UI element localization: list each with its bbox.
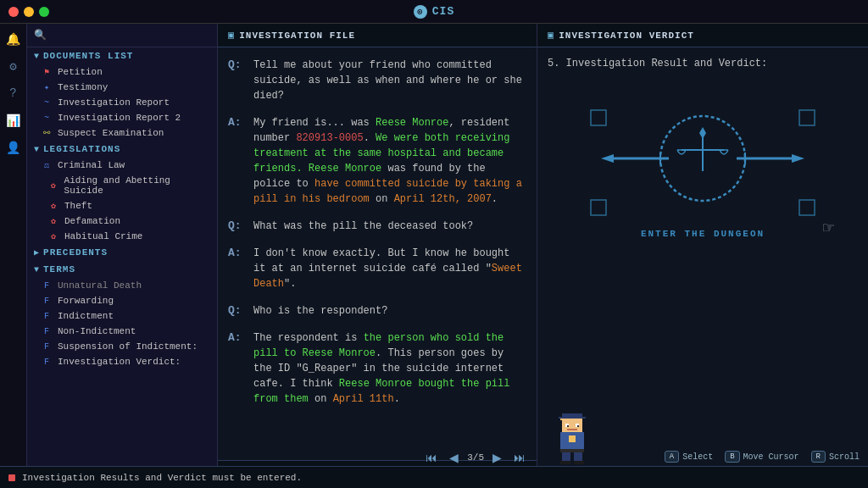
defamation-icon: ✿ bbox=[47, 216, 59, 226]
chat-q3: Q: Who is the respondent? bbox=[228, 303, 526, 319]
svg-rect-12 bbox=[591, 110, 606, 125]
chat-a1: A: My friend is... was Reese Monroe, res… bbox=[228, 115, 526, 207]
svg-rect-23 bbox=[577, 425, 579, 427]
dungeon-label[interactable]: ENTER THE DUNGEON bbox=[641, 229, 765, 239]
right-first-button[interactable]: ⏮ bbox=[422, 449, 441, 466]
player-character bbox=[548, 412, 596, 466]
sidebar-item-investigation-report-2[interactable]: ~ Investigation Report 2 bbox=[27, 110, 217, 125]
right-page-indicator: 3/5 bbox=[467, 452, 484, 463]
minimize-button[interactable] bbox=[24, 7, 34, 17]
chat-a2: A: I don't know exactly. But I know he b… bbox=[228, 246, 526, 291]
right-pagination: ⏮ ◀ 3/5 ▶ ⏭ bbox=[422, 449, 529, 466]
sidebar-item-defamation[interactable]: ✿ Defamation bbox=[27, 214, 217, 229]
suspension-icon: F bbox=[41, 342, 53, 352]
terms-section-header: ▼ TERMS bbox=[27, 261, 217, 278]
move-cursor-hint: B Move Cursor bbox=[725, 451, 798, 463]
main-layout: 🔔 ⚙ ? 📊 👤 🔍 ▼ DOCUMENTS LIST ⚑ Petition … bbox=[0, 24, 868, 488]
testimony-icon: ✦ bbox=[41, 82, 53, 92]
maximize-button[interactable] bbox=[39, 7, 49, 17]
chart-icon[interactable]: 📊 bbox=[5, 112, 22, 129]
chat-q2: Q: What was the pill the deceased took? bbox=[228, 219, 526, 234]
app-icon: ⊙ bbox=[414, 5, 427, 19]
right-last-button[interactable]: ⏭ bbox=[510, 449, 529, 466]
svg-rect-15 bbox=[799, 200, 815, 215]
select-hint: A Select bbox=[665, 451, 713, 463]
close-button[interactable] bbox=[8, 7, 19, 17]
sidebar-item-investigation-report[interactable]: ~ Investigation Report bbox=[27, 95, 217, 110]
dungeon-sword-scale-svg bbox=[584, 103, 821, 222]
search-bar: 🔍 bbox=[27, 24, 217, 47]
aiding-icon: ✿ bbox=[47, 180, 59, 191]
status-dot bbox=[8, 474, 15, 481]
center-panel: ▣ INVESTIGATION FILE Q: Tell me about yo… bbox=[218, 24, 537, 488]
title-bar: ⊙ CIS bbox=[0, 0, 868, 24]
svg-rect-24 bbox=[567, 429, 577, 430]
sidebar-item-petition[interactable]: ⚑ Petition bbox=[27, 64, 217, 80]
sidebar-item-suspension[interactable]: F Suspension of Indictment: bbox=[27, 339, 217, 354]
legislations-section-header: ▼ LEGISLATIONS bbox=[27, 141, 217, 158]
character-area bbox=[530, 407, 615, 466]
sidebar-icon-column: 🔔 ⚙ ? 📊 👤 bbox=[0, 24, 27, 488]
criminal-law-icon: ⚖ bbox=[41, 160, 53, 170]
sidebar-item-criminal-law[interactable]: ⚖ Criminal Law bbox=[27, 158, 217, 173]
sidebar-item-suspect-examination[interactable]: ⚯ Suspect Examination bbox=[27, 125, 217, 141]
habitual-icon: ✿ bbox=[47, 231, 59, 241]
verdict-panel-icon: ▣ bbox=[548, 29, 554, 42]
svg-marker-10 bbox=[792, 154, 804, 163]
app-title: ⊙ CIS bbox=[414, 5, 454, 19]
sidebar-item-non-indictment[interactable]: F Non-Indictment bbox=[27, 324, 217, 339]
right-prev-button[interactable]: ◀ bbox=[446, 449, 462, 466]
svg-rect-16 bbox=[562, 413, 582, 417]
bell-icon[interactable]: 🔔 bbox=[5, 30, 22, 47]
unnatural-death-icon: F bbox=[41, 281, 53, 291]
svg-rect-22 bbox=[567, 425, 569, 427]
precedents-section-header: ▶ PRECEDENTS bbox=[27, 244, 217, 261]
svg-marker-7 bbox=[601, 154, 614, 163]
right-panel-header: ▣ INVESTIGATION VERDICT bbox=[537, 24, 868, 47]
sidebar-item-investigation-verdict[interactable]: F Investigation Verdict: bbox=[27, 354, 217, 369]
svg-rect-13 bbox=[799, 110, 815, 125]
sidebar-item-testimony[interactable]: ✦ Testimony bbox=[27, 80, 217, 95]
petition-icon: ⚑ bbox=[41, 67, 53, 77]
svg-rect-17 bbox=[559, 417, 586, 419]
chat-a3: A: The respondent is the person who sold… bbox=[228, 330, 526, 407]
svg-rect-31 bbox=[574, 461, 584, 464]
info-icon[interactable]: ? bbox=[5, 85, 22, 102]
sidebar-item-forwarding[interactable]: F Forwarding bbox=[27, 293, 217, 308]
svg-marker-5 bbox=[699, 127, 706, 139]
documents-section-header: ▼ DOCUMENTS LIST bbox=[27, 47, 217, 64]
non-indictment-icon: F bbox=[41, 327, 53, 336]
dungeon-graphic[interactable]: ENTER THE DUNGEON bbox=[548, 103, 858, 239]
inv-report2-icon: ~ bbox=[41, 114, 53, 123]
sidebar: 🔍 ▼ DOCUMENTS LIST ⚑ Petition ✦ Testimon… bbox=[27, 24, 218, 488]
user-icon[interactable]: 👤 bbox=[5, 139, 22, 156]
center-panel-header: ▣ INVESTIGATION FILE bbox=[218, 24, 537, 47]
sidebar-item-habitual-crime[interactable]: ✿ Habitual Crime bbox=[27, 229, 217, 244]
right-next-button[interactable]: ▶ bbox=[489, 449, 505, 466]
theft-icon: ✿ bbox=[47, 201, 59, 211]
svg-rect-30 bbox=[560, 461, 570, 464]
sidebar-item-theft[interactable]: ✿ Theft bbox=[27, 198, 217, 214]
verdict-title: 5. Investigation Result and Verdict: bbox=[548, 58, 858, 69]
inv-report-icon: ~ bbox=[41, 98, 53, 108]
scroll-hint: R Scroll bbox=[811, 451, 860, 463]
sidebar-item-aiding-abetting[interactable]: ✿ Aiding and Abetting Suicide bbox=[27, 173, 217, 198]
status-bar: Investigation Results and Verdict must b… bbox=[0, 466, 868, 488]
chat-content[interactable]: Q: Tell me about your friend who committ… bbox=[218, 47, 537, 460]
sidebar-item-indictment[interactable]: F Indictment bbox=[27, 308, 217, 324]
svg-rect-26 bbox=[569, 435, 576, 442]
forwarding-icon: F bbox=[41, 297, 53, 306]
chat-q1: Q: Tell me about your friend who committ… bbox=[228, 58, 526, 103]
cursor-hand: ☞ bbox=[823, 217, 834, 240]
search-icon: 🔍 bbox=[34, 29, 47, 42]
suspect-icon: ⚯ bbox=[41, 128, 53, 138]
control-hints: A Select B Move Cursor R Scroll bbox=[665, 447, 860, 466]
svg-rect-27 bbox=[560, 449, 584, 452]
indictment-icon: F bbox=[41, 312, 53, 321]
inv-verdict-icon: F bbox=[41, 358, 53, 367]
status-text: Investigation Results and Verdict must b… bbox=[22, 473, 302, 483]
sidebar-item-unnatural-death[interactable]: F Unnatural Death bbox=[27, 278, 217, 293]
window-controls bbox=[8, 7, 49, 17]
svg-rect-14 bbox=[591, 200, 606, 215]
settings-icon[interactable]: ⚙ bbox=[5, 58, 22, 75]
